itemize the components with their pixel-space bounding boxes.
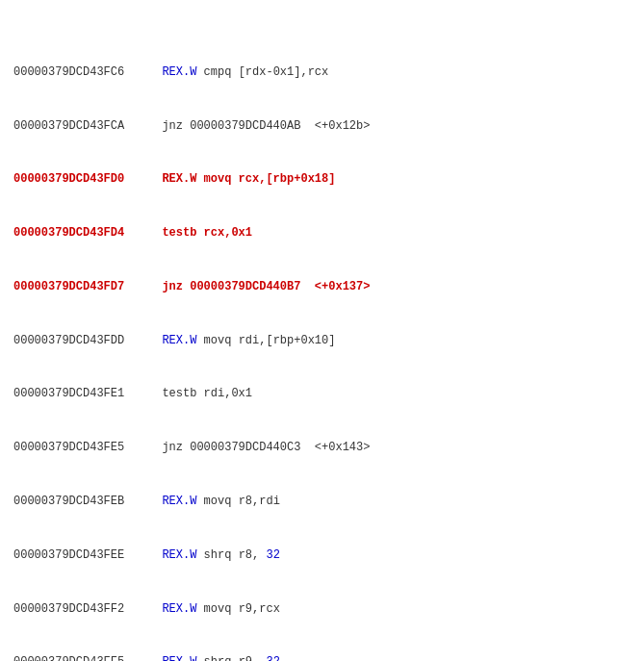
addr-6: 00000379DCD43FDD (13, 332, 148, 350)
addr-9: 00000379DCD43FEB (13, 493, 148, 511)
addr-4: 00000379DCD43FD4 (13, 224, 148, 242)
instr-6: REX.W movq rdi,[rbp+0x10] (148, 332, 335, 350)
addr-1: 00000379DCD43FC6 (13, 64, 148, 82)
disassembly-view: 00000379DCD43FC6 REX.W cmpq [rdx-0x1],rc… (13, 10, 631, 661)
addr-10: 00000379DCD43FEE (13, 547, 148, 565)
line-10: 00000379DCD43FEE REX.W shrq r8, 32 (13, 547, 631, 565)
instr-5: jnz 00000379DCD440B7 <+0x137> (148, 278, 370, 296)
instr-12: REX.W shrq r9, 32 (148, 653, 280, 661)
addr-2: 00000379DCD43FCA (13, 117, 148, 136)
line-6: 00000379DCD43FDD REX.W movq rdi,[rbp+0x1… (13, 332, 631, 350)
instr-3: REX.W movq rcx,[rbp+0x18] (148, 170, 335, 189)
instr-4: testb rcx,0x1 (148, 224, 252, 242)
addr-11: 00000379DCD43FF2 (13, 600, 148, 619)
line-4: 00000379DCD43FD4 testb rcx,0x1 (13, 224, 631, 242)
line-12: 00000379DCD43FF5 REX.W shrq r9, 32 (13, 653, 631, 661)
instr-7: testb rdi,0x1 (148, 385, 252, 403)
line-5: 00000379DCD43FD7 jnz 00000379DCD440B7 <+… (13, 278, 631, 296)
addr-5: 00000379DCD43FD7 (13, 278, 148, 296)
addr-7: 00000379DCD43FE1 (13, 385, 148, 403)
line-1: 00000379DCD43FC6 REX.W cmpq [rdx-0x1],rc… (13, 64, 631, 82)
instr-8: jnz 00000379DCD440C3 <+0x143> (148, 439, 370, 457)
line-9: 00000379DCD43FEB REX.W movq r8,rdi (13, 493, 631, 511)
instr-11: REX.W movq r9,rcx (148, 600, 280, 619)
addr-8: 00000379DCD43FE5 (13, 439, 148, 457)
addr-12: 00000379DCD43FF5 (13, 653, 148, 661)
line-8: 00000379DCD43FE5 jnz 00000379DCD440C3 <+… (13, 439, 631, 457)
instr-1: REX.W cmpq [rdx-0x1],rcx (148, 64, 328, 82)
line-3: 00000379DCD43FD0 REX.W movq rcx,[rbp+0x1… (13, 170, 631, 189)
instr-9: REX.W movq r8,rdi (148, 493, 280, 511)
addr-3: 00000379DCD43FD0 (13, 170, 148, 189)
line-7: 00000379DCD43FE1 testb rdi,0x1 (13, 385, 631, 403)
line-11: 00000379DCD43FF2 REX.W movq r9,rcx (13, 600, 631, 619)
instr-10: REX.W shrq r8, 32 (148, 547, 280, 565)
instr-2: jnz 00000379DCD440AB <+0x12b> (148, 117, 370, 136)
line-2: 00000379DCD43FCA jnz 00000379DCD440AB <+… (13, 117, 631, 136)
